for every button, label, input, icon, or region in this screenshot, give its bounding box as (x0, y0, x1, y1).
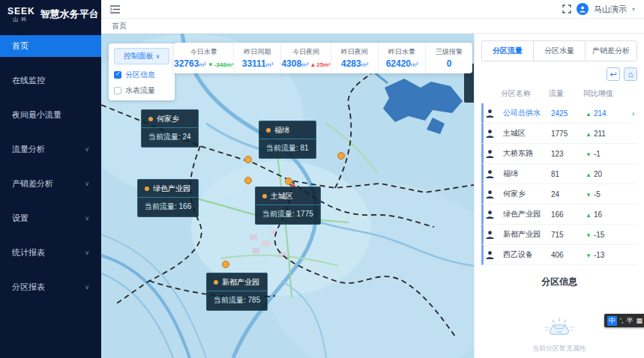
marker-dot-icon (148, 117, 153, 121)
trend-down-icon: ▼ (586, 232, 592, 239)
table-row[interactable]: 大桥东路123 ▼-1 (481, 144, 637, 164)
chevron-down-icon: ∨ (85, 284, 89, 291)
checkbox-label: 分区信息 (125, 70, 155, 80)
home-button[interactable]: ⌂ (624, 67, 637, 81)
ime-keyboard-icon[interactable]: ▦ (637, 317, 643, 324)
chevron-down-icon: ∨ (155, 53, 160, 60)
content: 控制面板 ∨ 分区信息 水表流量 今日水量 32763m³▼-348m³ (101, 34, 644, 358)
person-icon (485, 230, 495, 240)
table-row[interactable]: 新都产业园715 ▼-15 (481, 225, 637, 245)
sidebar-item-online-monitoring[interactable]: 在线监控 (0, 70, 101, 91)
map-tooltip-hejiaxiang[interactable]: 何家乡 当前流量: 24 (141, 109, 199, 148)
chevron-right-icon: › (632, 109, 640, 118)
tab-nrw-analysis[interactable]: 产销差分析 (586, 41, 637, 61)
trend-down-icon: ▼ (586, 192, 592, 198)
breadcrumb: 首页 (101, 19, 644, 34)
ime-width-icon[interactable]: 半 (627, 316, 634, 326)
chevron-down-icon: ∨ (85, 146, 89, 153)
sidebar-item-nrw-analysis[interactable]: 产销差分析∨ (0, 173, 101, 195)
checkbox-unchecked-icon (114, 87, 121, 94)
stat-today-volume: 今日水量 32763m³▼-348m³ (174, 43, 234, 73)
brand-name: SEEK (7, 7, 35, 16)
reservoir (383, 79, 463, 134)
breadcrumb-item-home[interactable]: 首页 (112, 21, 127, 31)
table-row[interactable]: 西乙设备406 ▼-13 (481, 245, 637, 265)
map-marker (245, 178, 252, 184)
layer-checkbox-partition-info[interactable]: 分区信息 (114, 70, 169, 80)
map-tooltip-main-city[interactable]: 主城区 当前流量: 1775 (255, 186, 321, 225)
person-icon (485, 169, 495, 179)
topbar: 马山演示 ▾ (101, 0, 644, 19)
ime-toolbar[interactable]: 中 ’, 半 ▦ (604, 314, 644, 327)
marker-dot-icon (266, 128, 271, 133)
stat-yesterday-volume: 昨日水量 62420m³ (379, 43, 426, 73)
trend-up-icon: ▲ (586, 111, 592, 118)
tab-partition-flow[interactable]: 分区流量 (482, 41, 534, 61)
ime-language-icon[interactable]: 中 (607, 316, 617, 326)
trend-down-icon: ▼ (586, 252, 592, 259)
trend-up-icon: ▲ (586, 172, 592, 178)
person-icon (485, 129, 495, 139)
col-yoy-delta: 同比增值 (583, 88, 630, 99)
table-row[interactable]: 何家乡24 ▼-5 (481, 184, 637, 204)
control-panel-dropdown[interactable]: 控制面板 ∨ (114, 48, 169, 64)
topbar-right: 马山演示 ▾ (562, 3, 635, 15)
checkbox-label: 水表流量 (125, 85, 155, 96)
partition-info-section: 分区信息 当前分区暂无属性 (481, 265, 637, 354)
table-row[interactable]: 福绵81 ▲20 (481, 164, 637, 184)
table-row[interactable]: 绿色产业园166 ▲16 (481, 204, 637, 225)
empty-state-text: 当前分区暂无属性 (532, 344, 586, 354)
person-icon (485, 149, 495, 159)
map-marker (245, 157, 252, 163)
sidebar-item-label: 在线监控 (12, 75, 45, 86)
layer-checkbox-meter-flow[interactable]: 水表流量 (114, 85, 169, 96)
chevron-down-icon: ∨ (85, 180, 89, 187)
panel-toolbar: ↩ ⌂ (481, 67, 637, 81)
trend-up-icon: ▲ (586, 131, 592, 138)
sidebar-item-flow-analysis[interactable]: 流量分析∨ (0, 139, 101, 160)
person-icon (485, 250, 495, 260)
col-flow: 流量 (549, 88, 583, 99)
checkbox-checked-icon (114, 71, 121, 79)
stat-today-night: 今日夜间 4308m³▲25m³ (281, 43, 331, 73)
sidebar-item-home[interactable]: 首页 (0, 35, 101, 57)
sidebar-item-settings[interactable]: 设置∨ (0, 207, 101, 229)
ime-punctuation-icon[interactable]: ’, (620, 317, 624, 324)
empty-state-icon (540, 317, 579, 338)
collapse-sidebar-icon[interactable] (110, 5, 120, 13)
map-marker (338, 153, 345, 160)
sidebar-item-night-min-flow[interactable]: 夜间最小流量 (0, 104, 101, 126)
trend-down-icon: ▼ (586, 151, 592, 158)
sidebar-item-label: 夜间最小流量 (12, 109, 61, 121)
col-partition-name: 分区名称 (501, 88, 549, 99)
map-control-panel: 控制面板 ∨ 分区信息 水表流量 (109, 43, 175, 100)
username[interactable]: 马山演示 (594, 4, 627, 15)
tab-partition-volume[interactable]: 分区水量 (534, 41, 586, 61)
sidebar-item-partition-reports[interactable]: 分区报表∨ (0, 276, 101, 298)
app-root: SEEK 山科 智慧水务平台 首页 在线监控 夜间最小流量 流量分析∨ 产销差分… (0, 0, 644, 358)
sidebar-item-label: 产销差分析 (12, 178, 53, 189)
avatar[interactable] (577, 3, 589, 15)
map-tooltip-fumian[interactable]: 福绵 当前流量: 81 (259, 121, 316, 159)
undo-button[interactable]: ↩ (607, 67, 620, 81)
sidebar-item-stat-reports[interactable]: 统计报表∨ (0, 242, 101, 264)
chevron-down-icon: ∨ (85, 249, 89, 256)
trend-down-icon: ▼ (208, 61, 214, 68)
fullscreen-icon[interactable] (562, 4, 571, 13)
sidebar-item-label: 分区报表 (12, 282, 45, 293)
map-marker (223, 261, 229, 268)
map-tooltip-xindu-industrial-park[interactable]: 新都产业园 当前流量: 785 (206, 273, 268, 311)
trend-up-icon: ▲ (586, 212, 592, 219)
caret-down-icon: ▾ (632, 6, 635, 13)
marker-dot-icon (214, 280, 218, 285)
logo: SEEK 山科 智慧水务平台 (0, 0, 101, 31)
stat-yesterday-night: 昨日夜间 4283m³ (331, 43, 379, 73)
table-row[interactable]: 公司总供水2425 ▲214 › (481, 103, 637, 124)
map[interactable]: 控制面板 ∨ 分区信息 水表流量 今日水量 32763m³▼-348m³ (101, 34, 474, 358)
table-row[interactable]: 主城区1775 ▲211 (481, 124, 637, 144)
trend-up-icon: ▲ (310, 61, 316, 68)
person-icon (485, 189, 495, 199)
sidebar-item-label: 流量分析 (12, 144, 45, 155)
chevron-down-icon: ∨ (85, 215, 89, 222)
map-tooltip-green-industrial-park[interactable]: 绿色产业园 当前流量: 166 (137, 179, 199, 217)
